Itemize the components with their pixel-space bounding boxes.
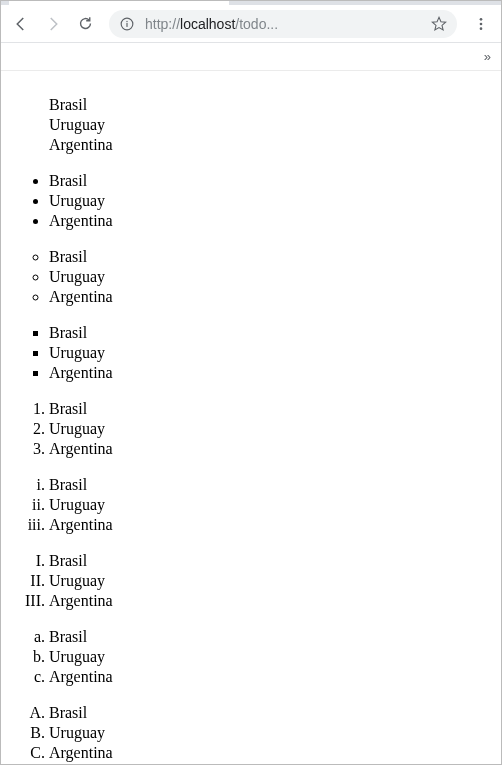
close-window-button[interactable] xyxy=(455,0,501,5)
window-controls xyxy=(363,0,501,5)
list-item: Uruguay xyxy=(49,723,493,743)
list-square: Brasil Uruguay Argentina xyxy=(9,323,493,383)
bookmark-star-icon[interactable] xyxy=(431,16,447,32)
list-upper-roman: Brasil Uruguay Argentina xyxy=(9,551,493,611)
address-bar[interactable]: http://localhost/todo... xyxy=(109,10,457,38)
browser-toolbar: http://localhost/todo... xyxy=(1,5,501,43)
list-item: Brasil xyxy=(49,475,493,495)
back-button[interactable] xyxy=(7,10,35,38)
list-item: Brasil xyxy=(49,95,493,115)
list-item: Uruguay xyxy=(49,191,493,211)
forward-button[interactable] xyxy=(39,10,67,38)
new-tab-button[interactable] xyxy=(235,0,263,3)
list-item: Argentina xyxy=(49,591,493,611)
list-item: Brasil xyxy=(49,399,493,419)
svg-point-5 xyxy=(480,18,483,21)
list-lower-alpha: Brasil Uruguay Argentina xyxy=(9,627,493,687)
list-item: Argentina xyxy=(49,439,493,459)
list-item: Uruguay xyxy=(49,495,493,515)
site-info-icon[interactable] xyxy=(119,16,135,32)
page-content: Brasil Uruguay Argentina Brasil Uruguay … xyxy=(1,71,501,765)
list-item: Brasil xyxy=(49,323,493,343)
list-item: Brasil xyxy=(49,551,493,571)
overflow-chevron-icon[interactable]: » xyxy=(484,49,491,64)
list-item: Uruguay xyxy=(49,419,493,439)
list-circle: Brasil Uruguay Argentina xyxy=(9,247,493,307)
browser-tab[interactable]: Problema xyxy=(9,0,229,5)
url-text: http://localhost/todo... xyxy=(145,16,423,32)
list-decimal: Brasil Uruguay Argentina xyxy=(9,399,493,459)
list-upper-alpha: Brasil Uruguay Argentina xyxy=(9,703,493,763)
list-item: Argentina xyxy=(49,743,493,763)
maximize-button[interactable] xyxy=(409,0,455,5)
list-none: Brasil Uruguay Argentina xyxy=(9,95,493,155)
list-lower-roman: Brasil Uruguay Argentina xyxy=(9,475,493,535)
browser-menu-button[interactable] xyxy=(467,10,495,38)
list-item: Argentina xyxy=(49,667,493,687)
bookmarks-overflow-bar: » xyxy=(1,43,501,71)
list-item: Uruguay xyxy=(49,343,493,363)
list-item: Uruguay xyxy=(49,115,493,135)
list-item: Brasil xyxy=(49,627,493,647)
svg-point-7 xyxy=(480,27,483,30)
svg-point-6 xyxy=(480,22,483,25)
list-item: Argentina xyxy=(49,211,493,231)
list-item: Brasil xyxy=(49,171,493,191)
list-item: Argentina xyxy=(49,363,493,383)
list-item: Uruguay xyxy=(49,647,493,667)
list-item: Argentina xyxy=(49,515,493,535)
svg-rect-4 xyxy=(126,22,127,26)
minimize-button[interactable] xyxy=(363,0,409,5)
list-item: Uruguay xyxy=(49,571,493,591)
list-item: Argentina xyxy=(49,135,493,155)
reload-button[interactable] xyxy=(71,10,99,38)
list-item: Brasil xyxy=(49,247,493,267)
list-item: Uruguay xyxy=(49,267,493,287)
svg-point-3 xyxy=(126,20,127,21)
list-item: Brasil xyxy=(49,703,493,723)
list-item: Argentina xyxy=(49,287,493,307)
list-disc: Brasil Uruguay Argentina xyxy=(9,171,493,231)
tab-strip: Problema xyxy=(1,0,501,5)
